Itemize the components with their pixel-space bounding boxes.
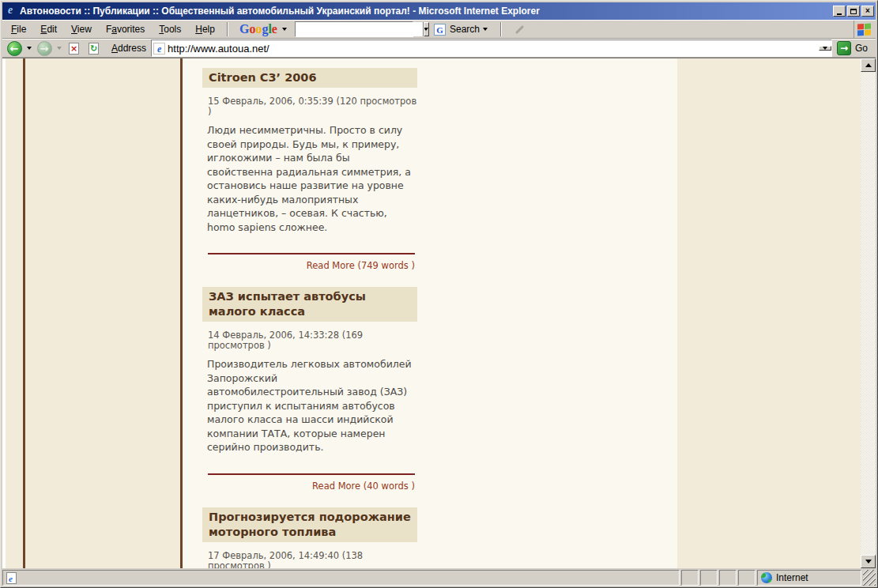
article-title-link[interactable]: Citroen C3’ 2006 [202, 68, 417, 88]
page-right-area [677, 58, 861, 568]
close-button[interactable]: × [861, 6, 874, 17]
article-title-link[interactable]: Прогнозируется подорожание моторного топ… [202, 507, 417, 542]
ie-logo-icon: e [4, 5, 17, 17]
stop-icon: × [70, 43, 77, 55]
title-bar: e Автоновости :: Публикации :: Обществен… [2, 2, 876, 20]
read-more-link[interactable]: Read More (749 words ) [202, 261, 415, 271]
resize-grip[interactable] [863, 570, 876, 586]
address-dropdown-button[interactable] [819, 46, 831, 51]
article-date: 14 Февраль, 2006, 14:33:28 (169 просмотр… [208, 330, 417, 351]
minimize-icon [837, 13, 842, 15]
menu-help[interactable]: Help [188, 21, 222, 37]
search-options-caret-icon[interactable] [483, 28, 488, 31]
back-history-caret-icon[interactable] [27, 47, 32, 50]
address-label: Address [111, 43, 146, 54]
stop-button[interactable]: × [69, 43, 79, 55]
article-divider [208, 473, 415, 475]
status-panel [700, 570, 718, 586]
status-panel [681, 570, 699, 586]
go-button[interactable]: → Go [832, 41, 874, 55]
scroll-down-button[interactable] [861, 555, 876, 568]
browser-window: e Автоновости :: Публикации :: Обществен… [0, 0, 878, 588]
page-favicon-icon: e [153, 43, 165, 55]
menu-tools[interactable]: Tools [152, 21, 188, 37]
google-search-button[interactable]: G Search [429, 22, 496, 37]
google-search-combo [295, 21, 413, 37]
google-search-input[interactable] [296, 22, 423, 36]
go-label: Go [855, 43, 868, 54]
throbber-area [854, 21, 874, 38]
article-2: ЗАЗ испытает автобусы малого класса 14 Ф… [202, 287, 417, 492]
zone-label: Internet [776, 572, 808, 583]
scrollbar-track[interactable] [861, 72, 876, 555]
forward-icon: → [37, 41, 52, 56]
security-zone-panel: Internet [757, 570, 861, 586]
menu-favorites[interactable]: Favorites [99, 21, 152, 37]
highlighter-icon[interactable] [515, 24, 524, 33]
status-panel [738, 570, 756, 586]
refresh-icon: ↻ [90, 43, 97, 55]
read-more-link[interactable]: Read More (40 words ) [202, 481, 415, 492]
globe-icon [761, 572, 772, 583]
article-date: 15 Февраль, 2006, 0:35:39 (120 просмотро… [208, 96, 417, 117]
menu-file[interactable]: File [4, 21, 33, 37]
windows-flag-icon [857, 23, 871, 36]
arrow-down-icon [865, 560, 872, 564]
address-input[interactable] [168, 43, 819, 55]
article-1: Citroen C3’ 2006 15 Февраль, 2006, 0:35:… [202, 68, 417, 271]
toolbar-separator [423, 22, 424, 36]
articles-column: Citroen C3’ 2006 15 Февраль, 2006, 0:35:… [183, 58, 677, 568]
back-icon: ← [7, 41, 22, 56]
maximize-icon [850, 9, 857, 14]
status-bar: e Internet [2, 568, 876, 586]
article-3: Прогнозируется подорожание моторного топ… [202, 507, 417, 569]
arrow-up-icon [865, 63, 872, 67]
article-body: Люди несимметричны. Просто в силу своей … [207, 123, 414, 234]
minimize-button[interactable] [833, 6, 846, 17]
google-logo[interactable]: Google [239, 22, 277, 36]
maximize-button[interactable] [847, 6, 860, 17]
status-panel [719, 570, 737, 586]
article-body: Производитель легковых автомобилей Запор… [207, 357, 414, 454]
google-search-label: Search [450, 24, 480, 35]
article-divider [208, 253, 415, 254]
status-main-panel: e [2, 570, 680, 586]
window-title: Автоновости :: Публикации :: Общественны… [20, 6, 828, 17]
google-g-icon: G [434, 24, 446, 36]
toolbar-separator [500, 22, 502, 36]
page-left-strip [6, 58, 23, 568]
back-button[interactable]: ← [4, 40, 24, 57]
close-icon: × [865, 7, 870, 15]
toolbar-separator [227, 22, 228, 36]
go-icon: → [837, 41, 851, 55]
refresh-button[interactable]: ↻ [89, 43, 99, 55]
menu-bar: File Edit View Favorites Tools Help Goog… [2, 20, 876, 39]
article-date: 17 Февраль, 2006, 14:49:40 (138 просмотр… [208, 551, 417, 569]
address-bar: ← → × ↻ Address e → Go [2, 39, 876, 58]
scroll-up-button[interactable] [861, 58, 876, 72]
page-viewport: Citroen C3’ 2006 15 Февраль, 2006, 0:35:… [2, 58, 876, 568]
forward-history-caret-icon [57, 47, 62, 50]
menu-view[interactable]: View [64, 21, 99, 37]
google-menu-caret-icon[interactable] [282, 28, 287, 31]
forward-button[interactable]: → [34, 40, 55, 57]
document-icon: e [6, 572, 17, 584]
vertical-scrollbar[interactable] [861, 58, 876, 568]
menu-edit[interactable]: Edit [33, 21, 64, 37]
article-title-link[interactable]: ЗАЗ испытает автобусы малого класса [202, 287, 417, 322]
sidebar-column-empty [25, 58, 180, 568]
address-field: e [151, 40, 832, 57]
